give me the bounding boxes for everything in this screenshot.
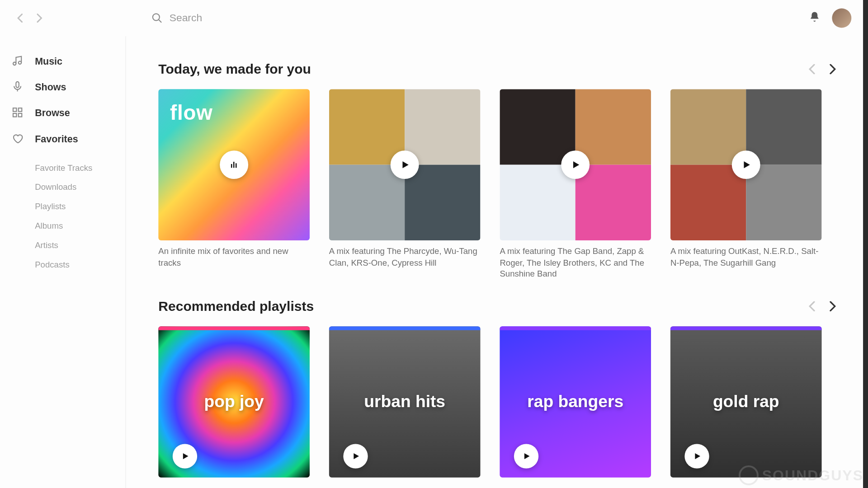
playlist-accent-strip xyxy=(670,326,822,330)
flow-logo: flow xyxy=(170,101,212,125)
sidebar-item-browse[interactable]: Browse xyxy=(12,99,126,125)
sidebar: Music Shows Browse Favorites Favorite Tr… xyxy=(0,36,126,488)
sidebar-sub-artists[interactable]: Artists xyxy=(35,235,125,255)
svg-rect-7 xyxy=(13,113,17,117)
search-input[interactable] xyxy=(170,12,363,24)
playlist-card[interactable]: urban hits xyxy=(329,326,481,478)
section-recommended-playlists: Recommended playlists pop joyurban hitsr… xyxy=(158,298,841,478)
playlist-accent-strip xyxy=(158,326,310,330)
sidebar-item-shows[interactable]: Shows xyxy=(12,74,126,99)
svg-point-2 xyxy=(13,62,16,65)
avatar[interactable] xyxy=(832,9,851,28)
flow-cover[interactable]: flow xyxy=(158,89,310,240)
svg-rect-8 xyxy=(19,113,22,117)
playlist-cover[interactable]: urban hits xyxy=(329,326,481,478)
playlist-title: gold rap xyxy=(705,392,787,412)
mix-card[interactable]: A mix featuring The Gap Band, Zapp & Rog… xyxy=(500,89,651,279)
back-button[interactable] xyxy=(12,9,28,26)
mix-card[interactable]: A mix featuring The Pharcyde, Wu-Tang Cl… xyxy=(329,89,481,279)
playlist-title: pop joy xyxy=(196,392,272,412)
top-bar xyxy=(0,0,863,36)
sidebar-item-label: Favorites xyxy=(35,133,78,144)
playlist-card[interactable]: rap bangers xyxy=(500,326,651,478)
svg-rect-9 xyxy=(231,164,232,168)
mix-cover[interactable] xyxy=(670,89,822,240)
play-button[interactable] xyxy=(173,444,197,468)
card-description: An infinite mix of favorites and new tra… xyxy=(158,245,310,268)
flow-card[interactable]: flow An infinite mix of favorites and ne… xyxy=(158,89,310,279)
play-button[interactable] xyxy=(684,444,709,468)
mix-cover[interactable] xyxy=(500,89,651,240)
playlist-title: urban hits xyxy=(356,392,453,412)
app-window: Music Shows Browse Favorites Favorite Tr… xyxy=(0,0,863,488)
sidebar-subnav: Favorite Tracks Downloads Playlists Albu… xyxy=(35,158,125,274)
grid-icon xyxy=(12,107,26,118)
section-title: Today, we made for you xyxy=(158,61,311,77)
svg-rect-10 xyxy=(233,162,235,168)
svg-rect-6 xyxy=(19,108,22,112)
sidebar-sub-downloads[interactable]: Downloads xyxy=(35,177,125,197)
music-note-icon xyxy=(12,55,26,67)
section-title: Recommended playlists xyxy=(158,298,314,314)
svg-line-1 xyxy=(159,20,161,23)
search-field[interactable] xyxy=(151,12,363,24)
playlist-cover[interactable]: gold rap xyxy=(670,326,822,478)
playlist-title: rap bangers xyxy=(519,392,631,412)
play-button[interactable] xyxy=(220,150,248,179)
play-button[interactable] xyxy=(561,150,590,179)
playlist-card[interactable]: gold rap xyxy=(670,326,822,478)
play-button[interactable] xyxy=(343,444,368,468)
notifications-button[interactable] xyxy=(809,10,821,26)
mix-cover[interactable] xyxy=(329,89,481,240)
playlist-accent-strip xyxy=(329,326,481,330)
section-made-for-you: Today, we made for you flow An infinite … xyxy=(158,61,841,279)
main-content: Today, we made for you flow An infinite … xyxy=(126,36,863,488)
card-description: A mix featuring The Gap Band, Zapp & Rog… xyxy=(500,245,651,279)
svg-rect-5 xyxy=(13,108,17,112)
card-description: A mix featuring OutKast, N.E.R.D., Salt-… xyxy=(670,245,822,268)
sidebar-sub-playlists[interactable]: Playlists xyxy=(35,197,125,216)
forward-button[interactable] xyxy=(31,9,48,26)
sidebar-item-music[interactable]: Music xyxy=(12,48,126,74)
sidebar-item-label: Browse xyxy=(35,107,70,118)
carousel-next-button[interactable] xyxy=(824,61,841,77)
carousel-prev-button[interactable] xyxy=(803,61,820,77)
carousel-next-button[interactable] xyxy=(824,298,841,314)
sidebar-item-label: Music xyxy=(35,55,62,66)
microphone-icon xyxy=(12,81,26,93)
search-icon xyxy=(151,12,163,24)
playlist-accent-strip xyxy=(500,326,651,330)
mix-card[interactable]: A mix featuring OutKast, N.E.R.D., Salt-… xyxy=(670,89,822,279)
play-button[interactable] xyxy=(391,150,419,179)
svg-rect-4 xyxy=(16,82,19,88)
play-button[interactable] xyxy=(514,444,538,468)
carousel-prev-button[interactable] xyxy=(803,298,820,314)
svg-rect-11 xyxy=(236,163,237,168)
play-button[interactable] xyxy=(732,150,760,179)
playlist-card[interactable]: pop joy xyxy=(158,326,310,478)
playlist-cover[interactable]: rap bangers xyxy=(500,326,651,478)
svg-point-3 xyxy=(19,61,21,64)
svg-point-0 xyxy=(153,14,160,20)
heart-icon xyxy=(12,132,26,144)
sidebar-sub-favorite-tracks[interactable]: Favorite Tracks xyxy=(35,158,125,177)
sidebar-sub-albums[interactable]: Albums xyxy=(35,216,125,235)
sidebar-sub-podcasts[interactable]: Podcasts xyxy=(35,254,125,274)
card-description: A mix featuring The Pharcyde, Wu-Tang Cl… xyxy=(329,245,481,268)
sidebar-item-label: Shows xyxy=(35,81,66,92)
playlist-cover[interactable]: pop joy xyxy=(158,326,310,478)
sidebar-item-favorites[interactable]: Favorites xyxy=(12,125,126,151)
